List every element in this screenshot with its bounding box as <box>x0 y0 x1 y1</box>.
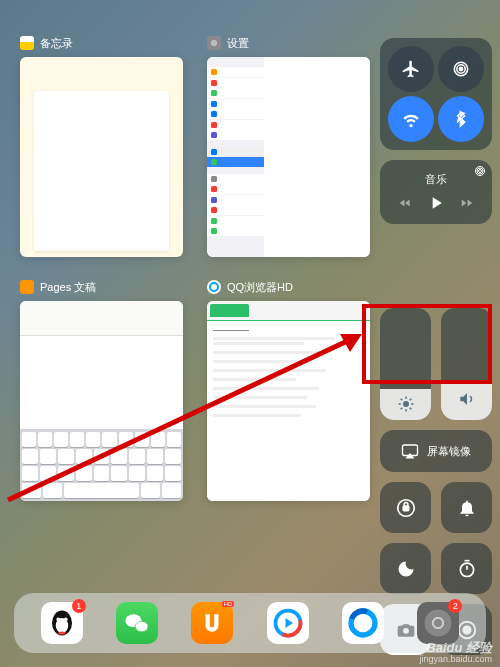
app-header: Pages 文稿 <box>20 279 183 295</box>
dock-app-qqbrowser[interactable] <box>342 602 384 644</box>
app-card-qqbrowser[interactable]: QQ浏览器HD —————— <box>207 279 370 501</box>
svg-point-37 <box>434 619 442 627</box>
rotation-lock-icon <box>395 497 417 519</box>
bluetooth-icon <box>452 110 470 128</box>
airplane-mode-toggle[interactable] <box>388 46 434 92</box>
notes-icon <box>20 36 34 50</box>
gear-icon <box>422 607 454 639</box>
app-header: 设置 <box>207 35 370 51</box>
silent-mode-toggle[interactable] <box>441 482 492 533</box>
svg-line-13 <box>400 407 402 409</box>
airplane-icon <box>401 59 421 79</box>
svg-point-29 <box>64 617 68 621</box>
music-module[interactable]: 音乐 <box>380 160 492 224</box>
dock-app-qq[interactable]: 1 <box>41 602 83 644</box>
app-header: QQ浏览器HD <box>207 279 370 295</box>
svg-point-30 <box>58 632 66 635</box>
next-track-icon[interactable] <box>460 196 474 210</box>
play-icon[interactable] <box>426 193 446 213</box>
app-title: QQ浏览器HD <box>227 280 293 295</box>
app-thumbnail-notes[interactable] <box>20 57 183 257</box>
app-card-settings[interactable]: 设置 <box>207 35 370 257</box>
screen-mirroring-button[interactable]: 屏幕镜像 <box>380 430 492 472</box>
app-thumbnail-qqbrowser[interactable]: —————— <box>207 301 370 501</box>
watermark: Baidu 经验 jingyan.baidu.com <box>419 641 492 665</box>
dock-app-settings[interactable]: 2 <box>417 602 459 644</box>
badge: 1 <box>72 599 86 613</box>
svg-point-28 <box>56 617 60 621</box>
soft-keyboard <box>20 429 183 501</box>
dock-app-uc[interactable]: HD <box>191 602 233 644</box>
youku-icon <box>273 608 303 638</box>
timer-icon <box>457 559 477 579</box>
airdrop-icon <box>451 59 471 79</box>
wifi-toggle[interactable] <box>388 96 434 142</box>
app-card-notes[interactable]: 备忘录 <box>20 35 183 257</box>
svg-point-0 <box>459 67 462 70</box>
hd-badge: HD <box>222 601 235 607</box>
app-header: 备忘录 <box>20 35 183 51</box>
svg-point-3 <box>479 170 482 173</box>
prev-track-icon[interactable] <box>398 196 412 210</box>
app-switcher: 备忘录 设置 <box>20 35 370 501</box>
screen-mirror-icon <box>401 443 419 459</box>
app-thumbnail-settings[interactable] <box>207 57 370 257</box>
timer-button[interactable] <box>441 543 492 594</box>
svg-rect-17 <box>403 506 409 511</box>
moon-icon <box>396 559 416 579</box>
airdrop-toggle[interactable] <box>438 46 484 92</box>
app-thumbnail-pages[interactable] <box>20 301 183 501</box>
wifi-icon <box>401 109 421 129</box>
connectivity-module <box>380 38 492 150</box>
qq-penguin-icon <box>47 608 77 638</box>
app-title: Pages 文稿 <box>40 280 96 295</box>
app-title: 设置 <box>227 36 249 51</box>
svg-point-32 <box>135 621 148 632</box>
svg-line-11 <box>400 398 402 400</box>
svg-point-18 <box>460 563 473 576</box>
dock-app-youku[interactable] <box>267 602 309 644</box>
bell-icon <box>457 498 477 518</box>
pages-icon <box>20 280 34 294</box>
screen-mirror-label: 屏幕镜像 <box>427 444 471 459</box>
svg-point-6 <box>403 401 409 407</box>
music-title: 音乐 <box>425 172 447 187</box>
music-controls <box>398 193 474 213</box>
settings-icon <box>207 36 221 50</box>
watermark-url: jingyan.baidu.com <box>419 654 492 664</box>
rotation-lock-toggle[interactable] <box>380 482 431 533</box>
svg-line-12 <box>409 407 411 409</box>
badge: 2 <box>448 599 462 613</box>
qqbrowser-dock-icon <box>347 607 379 639</box>
dock-app-wechat[interactable] <box>116 602 158 644</box>
bluetooth-toggle[interactable] <box>438 96 484 142</box>
dock: 1 HD 2 <box>14 593 486 653</box>
airplay-audio-icon <box>474 166 486 178</box>
app-card-pages[interactable]: Pages 文稿 <box>20 279 183 501</box>
annotation-rectangle <box>362 304 492 384</box>
wechat-icon <box>123 609 151 637</box>
volume-icon <box>458 390 476 408</box>
uc-icon <box>199 610 225 636</box>
do-not-disturb-toggle[interactable] <box>380 543 431 594</box>
svg-point-4 <box>477 168 483 174</box>
watermark-brand: Baidu 经验 <box>426 640 492 655</box>
brightness-icon <box>397 395 415 413</box>
qqbrowser-icon <box>207 280 221 294</box>
svg-line-14 <box>409 398 411 400</box>
app-title: 备忘录 <box>40 36 73 51</box>
